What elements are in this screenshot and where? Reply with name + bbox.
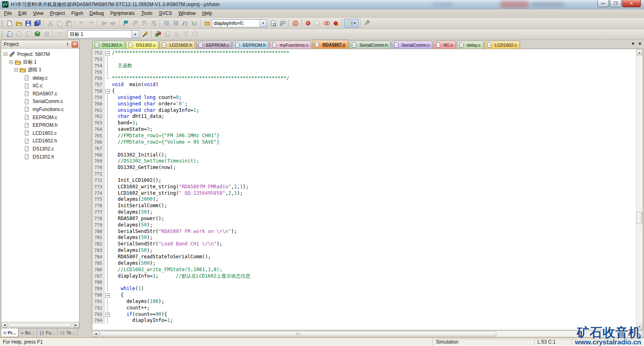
scroll-left-icon[interactable]: ◀ [2,323,8,328]
indent-button[interactable] [162,19,171,28]
toolbar-grip[interactable] [1,31,3,38]
new-file-button[interactable] [5,19,14,28]
code-line-755[interactable]: 755 [92,69,636,76]
insert-diamond-button[interactable] [172,30,181,39]
fold-collapse-icon[interactable] [105,50,111,56]
configure-button[interactable] [362,19,372,28]
code-line-783[interactable]: 783 delayms(50); [92,247,636,254]
undo-button[interactable] [77,19,86,28]
menu-debug[interactable]: Debug [87,10,107,17]
prev-bookmark-button[interactable] [130,19,140,28]
toggle-breakpoint-button[interactable] [303,19,313,28]
code-line-775[interactable]: 775 delayms(2000); [92,196,636,203]
code-line-787[interactable]: 787 diaplayInfo=1; //默认在LCD1602上显示状态信息 [92,273,636,280]
window-layout-button[interactable]: ▼ [344,19,359,28]
disable-breakpoints-button[interactable] [322,19,331,28]
menu-view[interactable]: View [30,10,47,17]
scroll-thumb[interactable] [100,331,496,336]
toggle-bookmark-button[interactable] [121,19,130,28]
code-line-789[interactable]: 789 while(1) [92,286,636,292]
code-line-760[interactable]: 760 unsigned char order='0'; [92,101,636,107]
collapse-icon[interactable] [4,52,7,56]
document-tab-myfunctions.c[interactable]: myFunctions.c [270,41,312,49]
code-line-788[interactable]: 788 [92,279,636,286]
clear-bookmarks-button[interactable] [149,19,158,28]
cut-button[interactable] [45,19,55,28]
code-line-790[interactable]: 790 { [92,292,636,299]
scroll-thumb[interactable] [637,212,642,224]
panel-tab-fu[interactable]: {}Fu... [37,328,58,337]
menu-tools[interactable]: Tools [138,10,156,17]
scroll-right-icon[interactable]: ▶ [636,331,642,337]
lookup-symbol-button[interactable]: @ [291,19,300,28]
pin-icon[interactable] [64,41,71,47]
tree-item-lcd1602.c[interactable]: LCD1602.c [1,129,79,137]
scroll-right-icon[interactable]: ▶ [73,323,79,328]
code-line-770[interactable]: 770 DS1302_GetTime(now); [92,165,636,171]
code-line-766[interactable]: 766 //FMState_row2={"Volume = 05 SAVE"} [92,139,636,146]
code-line-771[interactable]: 771 [92,171,636,177]
package-button[interactable] [190,30,200,39]
search-combo-dropdown[interactable]: ▼ [260,20,266,27]
code-line-774[interactable]: 774 LCD1602_write_string(" QQ:2256495858… [92,190,636,197]
minimize-button[interactable]: — [597,0,609,7]
document-tab-eeprom.h[interactable]: EEPROM.h [233,41,269,49]
tree-item-myfunctions.c[interactable]: myFunctions.c [1,105,79,113]
close-document-icon[interactable]: ✕ [638,41,642,46]
tree-item-iic.c[interactable]: IIC.c [1,82,79,90]
save-button[interactable] [23,19,33,28]
document-tab-eeprom.c[interactable]: EEPROM.c [196,41,232,49]
editor-vscrollbar[interactable]: ▲ ▼ [636,49,643,330]
document-tab-ds1302.c[interactable]: DS1302.c [126,41,159,49]
tree-item-source-group[interactable]: 源组 1 [1,66,79,74]
code-line-761[interactable]: 761 unsigned char diaplayInfo=1; [92,107,636,114]
code-line-763[interactable]: 763 band=1; [92,120,636,126]
code-line-772[interactable]: 772 Init_LCD1602(); [92,177,636,184]
code-line-759[interactable]: 759 unsigned long count=0; [92,95,636,101]
code-line-785[interactable]: 785 delayms(500); [92,260,636,267]
menu-svcs[interactable]: SVCS [156,10,175,17]
code-line-792[interactable]: 792 count++; [92,305,636,311]
document-tab-lcd1602.c[interactable]: LCD1602.c [485,41,520,49]
tree-item-rda5807.c[interactable]: RDA5807.c [1,90,79,98]
code-line-753[interactable]: 753 [92,56,636,63]
unindent-button[interactable] [171,19,180,28]
rebuild-button[interactable] [23,30,33,39]
paste-button[interactable] [64,19,73,28]
code-line-767[interactable]: 767 [92,146,636,152]
find-button[interactable] [278,19,287,28]
scroll-down-icon[interactable]: ▼ [637,323,642,330]
fold-collapse-icon[interactable] [105,88,111,95]
code-line-791[interactable]: 791 delayms(100); [92,299,636,305]
tree-item-target[interactable]: 目标 1 [1,58,79,66]
code-line-782[interactable]: 782 SerialSendStr("Load Band CH1 \r\n"); [92,241,636,247]
menu-peripherals[interactable]: Peripherals [107,10,138,17]
next-bookmark-button[interactable] [140,19,149,28]
download-button[interactable]: LOAD▼ [55,30,64,39]
menu-help[interactable]: Help [199,10,215,17]
tree-item-eeprom.h[interactable]: EEPROM.h [1,121,79,129]
multi-project-button[interactable] [163,30,172,39]
code-line-756[interactable]: 756*************************************… [92,75,636,82]
target-options-button[interactable] [140,30,150,39]
code-line-794[interactable]: 794 diaplayInfo=1; [92,317,636,324]
code-line-762[interactable]: 762 char dht11_data; [92,113,636,120]
code-line-776[interactable]: 776 InitSerialComm(); [92,203,636,209]
find-next-button[interactable] [268,19,278,28]
target-combo-input[interactable] [68,31,132,37]
menu-flash[interactable]: Flash [68,10,86,17]
navigate-back-button[interactable] [99,19,108,28]
document-tab-iic.c[interactable]: IIC.c [433,41,456,49]
menu-window[interactable]: Window [175,10,199,17]
redo-button[interactable] [86,19,95,28]
menu-edit[interactable]: Edit [15,10,30,17]
project-hscrollbar[interactable]: ◀ ▶ [1,322,79,328]
document-tab-lcd1602.h[interactable]: LCD1602.h [159,41,195,49]
search-combo-input[interactable] [212,21,260,26]
fold-collapse-icon[interactable] [105,311,111,318]
tab-list-dropdown-icon[interactable]: ▼ [631,41,635,46]
open-file-button[interactable] [14,19,23,28]
code-line-781[interactable]: 781 delayms(50); [92,235,636,241]
scroll-left-icon[interactable]: ◀ [93,331,99,337]
code-line-786[interactable]: 786 //LCD1602_write_FMState(5,1061,1,8); [92,267,636,273]
